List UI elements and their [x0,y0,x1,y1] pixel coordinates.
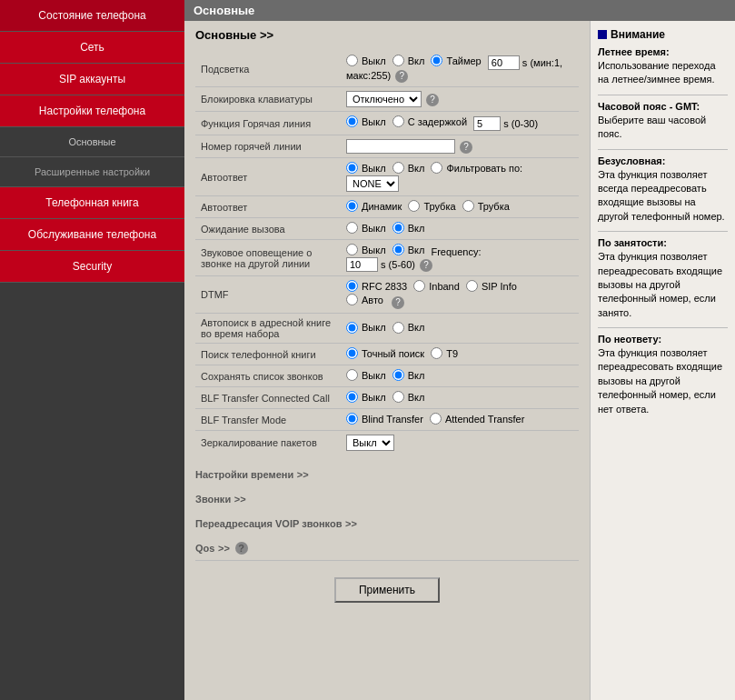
sidebar-item-security[interactable]: Security [0,251,184,283]
dtmf-rfc-label[interactable]: RFC 2833 [346,280,407,292]
cl-off-label[interactable]: Выкл [346,369,386,381]
qos-link[interactable]: Qos >> ? [195,535,579,560]
sn-off-label[interactable]: Выкл [346,244,386,255]
phonebook-search-type-row: Поиск телефонной книги Точный поиск Т9 [195,344,579,365]
phonebook-search-type-controls: Точный поиск Т9 [341,344,579,365]
keyboard-lock-row: Блокировка клавиатуры Отключено Включено… [195,87,579,112]
dtmf-inband-radio[interactable] [413,280,425,292]
dtmf-help-icon[interactable]: ? [392,296,404,309]
dtmf-auto-radio[interactable] [346,294,358,305]
sn-on-radio[interactable] [392,244,404,255]
voip-redirect-link[interactable]: Переадресация VOIP звонков >> [195,511,579,535]
sidebar-item-network[interactable]: Сеть [0,32,184,64]
calls-link[interactable]: Звонки >> [195,486,579,511]
aa-off-label[interactable]: Выкл [346,162,386,174]
hotline-delay-label[interactable]: С задержкой [392,115,467,127]
mirror-packets-select[interactable]: Выкл Вкл [346,435,394,451]
aa-headset-label[interactable]: Трубка [462,200,510,212]
aa-on-label[interactable]: Вкл [392,162,425,174]
dtmf-rfc-radio[interactable] [346,280,358,292]
aa-handset-radio[interactable] [408,200,420,212]
backlight-help-icon[interactable]: ? [395,70,408,83]
hotline-number-controls: ? [341,135,579,158]
hotline-delay-radio[interactable] [392,115,404,127]
keyboard-lock-label: Блокировка клавиатуры [195,87,341,112]
hotline-off-label[interactable]: Выкл [346,115,386,127]
sidebar-item-phonebook[interactable]: Телефонная книга [0,187,184,219]
pst-exact-radio[interactable] [346,347,358,359]
cl-on-radio[interactable] [392,369,404,381]
aa-headset-radio[interactable] [462,200,474,212]
backlight-on-label[interactable]: Вкл [392,55,425,66]
backlight-on-radio[interactable] [392,55,404,66]
blf-transfer-mode-row: BLF Transfer Mode Blind Transfer Attende… [195,409,579,431]
sidebar-item-advanced[interactable]: Расширенные настройки [0,157,184,187]
dtmf-sipinfo-radio[interactable] [466,280,478,292]
ps-off-label[interactable]: Выкл [346,322,386,334]
ps-on-label[interactable]: Вкл [392,322,425,334]
keyboard-lock-help-icon[interactable]: ? [426,94,439,106]
pst-t9-label[interactable]: Т9 [431,347,458,359]
sidebar-item-sip-accounts[interactable]: SIP аккаунты [0,64,184,95]
aa-speaker-label[interactable]: Динамик [346,200,402,212]
sidebar-item-basic[interactable]: Основные [0,127,184,157]
ps-off-radio[interactable] [346,322,358,334]
qos-help-icon[interactable]: ? [235,542,248,555]
blf-on-radio[interactable] [392,391,404,403]
sn-on-label[interactable]: Вкл [392,244,425,255]
hotline-number-help-icon[interactable]: ? [460,141,472,154]
backlight-timer-input[interactable] [488,55,520,70]
right-panel: Внимание Летнее время: Использование пер… [590,21,735,700]
dtmf-sipinfo-label[interactable]: SIP Info [466,280,517,292]
blf-off-label[interactable]: Выкл [346,391,386,403]
blf-blind-radio[interactable] [346,413,358,425]
aa-on-radio[interactable] [392,162,404,174]
hotline-function-controls: Выкл С задержкой s (0-30) [341,112,579,135]
cl-off-radio[interactable] [346,369,358,381]
dtmf-auto-label[interactable]: Авто [346,294,383,305]
blf-attended-label[interactable]: Attended Transfer [430,413,524,425]
backlight-timer-label[interactable]: Таймер [431,55,481,66]
sn-off-radio[interactable] [346,244,358,255]
right-panel-header: Внимание [598,28,728,41]
auto-answer-speaker-label: Автоответ [195,196,341,218]
right-panel-section-3: По занятости: Эта функция позволяет пере… [598,237,728,320]
aa-handset-label[interactable]: Трубка [408,200,455,212]
blue-square-icon [598,30,607,39]
ps-on-radio[interactable] [392,322,404,334]
hotline-off-radio[interactable] [346,115,358,127]
apply-button[interactable]: Применить [334,577,440,603]
aa-filter-radio[interactable] [431,162,442,174]
backlight-off-label[interactable]: Выкл [346,55,386,66]
blf-off-radio[interactable] [346,391,358,403]
cw-off-label[interactable]: Выкл [346,222,386,234]
sn-help-icon[interactable]: ? [420,259,432,272]
cl-on-label[interactable]: Вкл [392,369,425,381]
pst-exact-label[interactable]: Точный поиск [346,347,424,359]
sidebar-item-phone-settings[interactable]: Настройки телефона [0,95,184,127]
backlight-off-radio[interactable] [346,55,358,66]
aa-speaker-radio[interactable] [346,200,358,212]
time-settings-link[interactable]: Настройки времени >> [195,462,579,486]
aa-off-radio[interactable] [346,162,358,174]
dtmf-inband-label[interactable]: Inband [413,280,460,292]
call-waiting-row: Ожидание вызова Выкл Вкл [195,218,579,240]
blf-attended-radio[interactable] [430,413,442,425]
hotline-delay-input[interactable] [473,116,501,131]
call-waiting-controls: Выкл Вкл [341,218,579,240]
sidebar-item-phone-service[interactable]: Обслуживание телефона [0,219,184,251]
keyboard-lock-select[interactable]: Отключено Включено [346,91,422,107]
sidebar-item-phone-status[interactable]: Состояние телефона [0,0,184,32]
aa-filter-select[interactable]: NONE [346,175,399,192]
cw-on-label[interactable]: Вкл [392,222,425,234]
cw-off-radio[interactable] [346,222,358,234]
hotline-number-input[interactable] [346,139,455,154]
backlight-timer-radio[interactable] [431,55,442,66]
cw-on-radio[interactable] [392,222,404,234]
pst-t9-radio[interactable] [431,347,442,359]
blf-on-label[interactable]: Вкл [392,391,425,403]
auto-answer-speaker-controls: Динамик Трубка Трубка [341,196,579,218]
sn-frequency-input[interactable] [346,257,378,272]
blf-blind-label[interactable]: Blind Transfer [346,413,423,425]
aa-filter-label[interactable]: Фильтровать по: [431,162,522,174]
